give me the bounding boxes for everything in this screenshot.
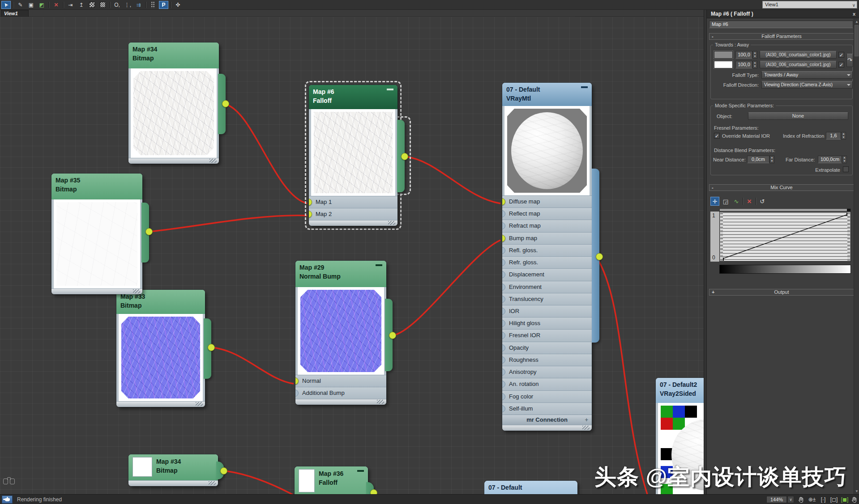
near-distance-field[interactable]: 0,0cm bbox=[747, 156, 769, 163]
expand-icon[interactable]: + bbox=[585, 415, 588, 425]
node-header[interactable]: Map #35 Bitmap bbox=[51, 174, 142, 199]
input-socket[interactable] bbox=[502, 210, 505, 217]
zoom-dropdown-chevron-icon[interactable]: ∨ bbox=[787, 496, 794, 503]
slot-additional-bump[interactable]: Additional Bump bbox=[295, 387, 386, 399]
node-header[interactable]: 07 - Default bbox=[484, 481, 577, 494]
slot-anisotropy[interactable]: Anisotropy bbox=[502, 366, 592, 378]
slot-normal[interactable]: Normal bbox=[295, 375, 386, 387]
input-socket[interactable] bbox=[502, 344, 505, 352]
zoom-icon[interactable]: ⊕± bbox=[807, 496, 817, 504]
output-socket[interactable] bbox=[208, 344, 215, 351]
slot-ior[interactable]: IOR bbox=[502, 305, 592, 317]
scrollbar-thumb[interactable] bbox=[855, 25, 859, 56]
show-end-result-icon[interactable]: ⋮, bbox=[123, 1, 132, 9]
slot-refract-map[interactable]: Refract map bbox=[502, 220, 592, 232]
assign-material-icon[interactable]: ▣ bbox=[26, 1, 36, 9]
reset-curve-icon[interactable]: ↺ bbox=[758, 197, 767, 206]
material-id-channel-icon[interactable]: O, bbox=[112, 1, 122, 9]
map-enable-checkbox-2[interactable]: ✓ bbox=[838, 62, 844, 68]
close-icon[interactable]: x bbox=[853, 10, 855, 18]
input-socket[interactable] bbox=[309, 199, 312, 206]
show-grid-icon[interactable] bbox=[98, 1, 107, 9]
curve-scroll-top[interactable] bbox=[719, 208, 851, 212]
slot-hilight-gloss[interactable]: Hilight gloss bbox=[502, 317, 592, 329]
input-socket[interactable] bbox=[502, 235, 505, 242]
near-spinner[interactable]: ▲▼ bbox=[769, 156, 774, 163]
override-ior-checkbox[interactable]: ✓ bbox=[714, 133, 720, 139]
input-socket[interactable] bbox=[502, 381, 505, 388]
node-header[interactable]: Map #36 Falloff bbox=[295, 466, 368, 494]
node-header[interactable]: Map #34 Bitmap bbox=[128, 42, 219, 68]
amount-field-1[interactable]: 100,0 bbox=[735, 51, 752, 59]
color-swatch-towards[interactable] bbox=[714, 51, 733, 59]
panel-scrollbar[interactable]: ▲ ▼ bbox=[854, 19, 859, 494]
panel-title-bar[interactable]: Map #6 ( Falloff ) x bbox=[707, 10, 859, 18]
slot-roughness[interactable]: Roughness bbox=[502, 354, 592, 366]
slot-opacity[interactable]: Opacity bbox=[502, 342, 592, 354]
zoom-region-tool-icon[interactable]: ✜ bbox=[173, 1, 183, 9]
panel-splitter[interactable] bbox=[704, 10, 707, 494]
scale-point-icon[interactable]: ◲ bbox=[721, 197, 730, 206]
node-falloff6[interactable]: Map #6 Falloff Map 1 Map 2 bbox=[309, 85, 397, 226]
node-header[interactable]: 07 - Default VRayMtl bbox=[502, 83, 592, 106]
auto-layout-icon[interactable]: ⇉ bbox=[134, 1, 143, 9]
mr-connection-bar[interactable]: mr Connection + bbox=[502, 415, 592, 425]
slot-bump-map[interactable]: Bump map bbox=[502, 232, 592, 244]
expand-icon[interactable]: + bbox=[712, 289, 714, 295]
amount-field-2[interactable]: 100,0 bbox=[735, 61, 752, 68]
output-socket[interactable] bbox=[401, 153, 408, 160]
input-socket[interactable] bbox=[502, 405, 505, 412]
zoom-region-icon[interactable]: [·] bbox=[818, 496, 828, 504]
node-header[interactable]: Map #29 Normal Bump bbox=[295, 261, 386, 287]
zoom-extents-selected-icon[interactable]: [◼] bbox=[840, 496, 850, 504]
minimize-icon[interactable] bbox=[357, 470, 364, 472]
slot-reflect-map[interactable]: Reflect map bbox=[502, 208, 592, 220]
node-vraymtl[interactable]: 07 - Default VRayMtl Diffuse map Reflect… bbox=[502, 83, 592, 431]
wire-map35-to-falloff-map2[interactable] bbox=[148, 216, 307, 232]
select-tool-icon[interactable]: ➤ bbox=[1, 1, 11, 9]
output-socket[interactable] bbox=[220, 467, 227, 474]
output-socket[interactable] bbox=[222, 100, 229, 107]
slot-map1[interactable]: Map 1 bbox=[309, 196, 397, 208]
extrapolate-checkbox[interactable] bbox=[843, 166, 849, 172]
wire-vraymtl-out[interactable] bbox=[596, 257, 647, 494]
put-material-to-scene-icon[interactable]: ◩ bbox=[37, 1, 47, 9]
node-falloff36[interactable]: Map #36 Falloff bbox=[295, 466, 368, 494]
node-map34-top[interactable]: Map #34 Bitmap bbox=[128, 42, 219, 164]
node-normalbump29[interactable]: Map #29 Normal Bump Normal Additional Bu… bbox=[295, 261, 386, 405]
collapse-icon[interactable]: - bbox=[712, 34, 714, 39]
slot-map2[interactable]: Map 2 bbox=[309, 208, 397, 220]
tab-view1[interactable]: View1 bbox=[1, 10, 29, 17]
slot-diffuse-map[interactable]: Diffuse map bbox=[502, 195, 592, 208]
color-swatch-away[interactable] bbox=[714, 61, 733, 68]
slot-refl-gloss[interactable]: Refl. gloss. bbox=[502, 244, 592, 256]
wire-map34-to-falloff-map1[interactable] bbox=[224, 104, 307, 203]
object-none-button[interactable]: None bbox=[748, 112, 848, 120]
node-header[interactable]: Map #6 Falloff bbox=[309, 85, 397, 109]
input-socket[interactable] bbox=[502, 259, 505, 266]
rollout-output[interactable]: + Output bbox=[709, 289, 854, 296]
delete-point-icon[interactable]: ✕ bbox=[745, 197, 754, 206]
node-map34-bottom[interactable]: Map #34 Bitmap bbox=[128, 454, 218, 486]
map-button-1[interactable]: (AI30_006_courtaain_color1.jpg) bbox=[760, 51, 837, 59]
resize-grip-icon[interactable] bbox=[209, 159, 217, 163]
mix-curve-plot[interactable] bbox=[719, 212, 851, 262]
rollout-falloff-parameters[interactable]: - Falloff Parameters bbox=[709, 33, 854, 40]
output-socket[interactable] bbox=[145, 228, 153, 235]
spinner-2[interactable]: ▲▼ bbox=[752, 61, 757, 68]
move-children-icon[interactable]: ⇥ bbox=[66, 1, 75, 9]
node-graph-canvas[interactable]: Map #34 Bitmap Map #6 Falloff Map 1 Map … bbox=[0, 17, 704, 494]
output-socket[interactable] bbox=[596, 253, 603, 260]
input-socket[interactable] bbox=[502, 271, 505, 278]
input-socket[interactable] bbox=[502, 368, 505, 376]
node-default07-bottom[interactable]: 07 - Default bbox=[484, 481, 577, 494]
slot-fresnel-ior[interactable]: Fresnel IOR bbox=[502, 329, 592, 341]
output-socket[interactable] bbox=[389, 332, 396, 339]
node-preview[interactable] bbox=[131, 68, 217, 158]
layout-children-icon[interactable] bbox=[148, 1, 158, 9]
view-selector-dropdown[interactable]: View1∨ bbox=[762, 1, 857, 8]
falloff-direction-dropdown[interactable]: Viewing Direction (Camera Z-Axis) bbox=[761, 81, 853, 89]
ior-spinner[interactable]: ▲▼ bbox=[841, 132, 846, 140]
input-socket[interactable] bbox=[502, 284, 505, 291]
delete-selected-icon[interactable]: ✕ bbox=[51, 1, 61, 9]
